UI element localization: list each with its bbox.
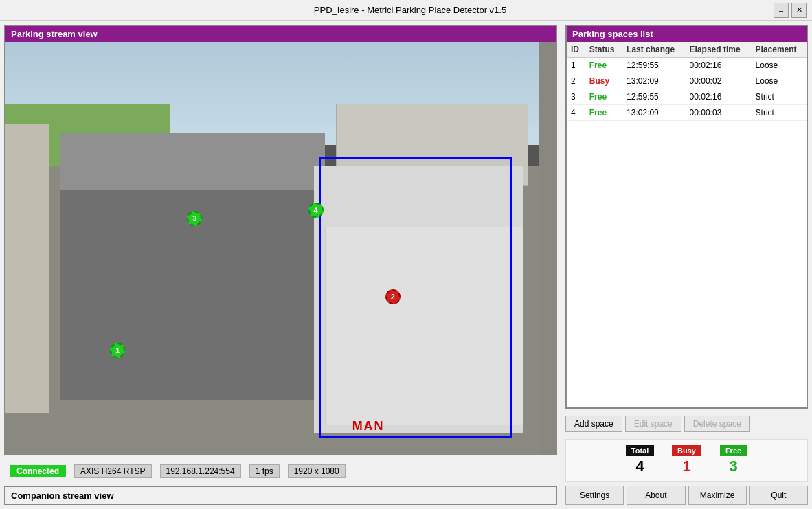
cell-placement: Loose	[752, 73, 807, 89]
cell-placement: Loose	[752, 58, 807, 73]
left-panel: Parking stream view MAN	[0, 21, 561, 509]
close-button[interactable]: ✕	[791, 3, 807, 18]
marker-2: 2	[385, 289, 401, 304]
cell-last-change: 12:59:55	[622, 89, 686, 105]
bottom-buttons: Settings About Maximize Quit	[565, 486, 808, 505]
address-info: 192.168.1.224:554	[160, 464, 241, 478]
cell-id: 4	[567, 105, 585, 121]
main-content: Parking stream view MAN	[0, 21, 812, 509]
cell-id: 3	[567, 89, 585, 105]
free-label: Free	[720, 445, 747, 456]
col-last-change: Last change	[622, 42, 686, 58]
table-row[interactable]: 2 Busy 13:02:09 00:00:02 Loose	[567, 73, 807, 89]
cell-status: Free	[585, 105, 622, 121]
marker-4: 4	[308, 203, 324, 218]
status-bar: Connected AXIS H264 RTSP 192.168.1.224:5…	[4, 460, 557, 482]
busy-label: Busy	[672, 445, 701, 456]
free-value: 3	[713, 457, 754, 475]
about-button[interactable]: About	[627, 486, 685, 505]
gray-truck-top	[60, 133, 324, 190]
stream-body: MAN 1 2 3 4	[5, 42, 556, 454]
title-bar: PPD_Iesire - Metrici Parking Place Detec…	[0, 0, 812, 21]
cell-last-change: 13:02:09	[622, 73, 686, 89]
companion-stream-view: Companion stream view	[4, 486, 557, 505]
cell-elapsed: 00:02:16	[686, 89, 752, 105]
cell-id: 2	[567, 73, 585, 89]
add-space-button[interactable]: Add space	[565, 416, 622, 432]
window-title: PPD_Iesire - Metrici Parking Place Detec…	[47, 5, 774, 15]
cell-id: 1	[567, 58, 585, 73]
edit-space-button[interactable]: Edit space	[625, 416, 681, 432]
col-id: ID	[567, 42, 585, 58]
stats-row: Total 4 Busy 1 Free 3	[565, 439, 808, 482]
busy-stat: Busy 1	[666, 445, 708, 475]
minimize-button[interactable]: –	[774, 3, 789, 18]
parking-spaces-panel: Parking spaces list ID Status Last chang…	[565, 25, 808, 409]
cell-elapsed: 00:00:02	[686, 73, 752, 89]
cell-elapsed: 00:00:03	[686, 105, 752, 121]
resolution-info: 1920 x 1080	[288, 464, 346, 478]
cell-elapsed: 00:02:16	[686, 58, 752, 73]
spaces-panel-header: Parking spaces list	[567, 26, 807, 42]
white-truck-cab	[325, 227, 523, 425]
window-controls: – ✕	[774, 3, 807, 18]
cell-placement: Strict	[752, 105, 807, 121]
settings-button[interactable]: Settings	[565, 486, 624, 505]
table-header-row: ID Status Last change Elapsed time Place…	[567, 42, 807, 58]
cell-status: Free	[585, 89, 622, 105]
col-status: Status	[585, 42, 622, 58]
total-label: Total	[626, 445, 654, 456]
connection-status: Connected	[10, 465, 66, 477]
right-panel: Parking spaces list ID Status Last chang…	[561, 21, 812, 509]
stream-header: Parking stream view	[5, 26, 556, 42]
table-row[interactable]: 4 Free 13:02:09 00:00:03 Strict	[567, 105, 807, 121]
total-value: 4	[620, 457, 661, 475]
cell-last-change: 12:59:55	[622, 58, 686, 73]
codec-info: AXIS H264 RTSP	[74, 464, 152, 478]
fps-info: 1 fps	[249, 464, 280, 478]
table-row[interactable]: 1 Free 12:59:55 00:02:16 Loose	[567, 58, 807, 73]
total-stat: Total 4	[620, 445, 661, 475]
cell-last-change: 13:02:09	[622, 105, 686, 121]
spaces-table-container: ID Status Last change Elapsed time Place…	[567, 42, 807, 407]
wall-left	[5, 124, 49, 413]
cell-status: Busy	[585, 73, 622, 89]
wall-right	[539, 42, 556, 454]
delete-space-button[interactable]: Delete space	[684, 416, 750, 432]
cell-placement: Strict	[752, 89, 807, 105]
cell-status: Free	[585, 58, 622, 73]
busy-value: 1	[666, 457, 708, 475]
action-buttons: Add space Edit space Delete space	[565, 413, 808, 435]
companion-label: Companion stream view	[11, 490, 114, 501]
table-row[interactable]: 3 Free 12:59:55 00:02:16 Strict	[567, 89, 807, 105]
main-window: PPD_Iesire - Metrici Parking Place Detec…	[0, 0, 812, 509]
free-stat: Free 3	[713, 445, 754, 475]
spaces-table: ID Status Last change Elapsed time Place…	[567, 42, 807, 121]
man-logo: MAN	[352, 419, 385, 433]
col-placement: Placement	[752, 42, 807, 58]
quit-button[interactable]: Quit	[749, 486, 808, 505]
col-elapsed: Elapsed time	[686, 42, 752, 58]
maximize-button[interactable]: Maximize	[688, 486, 747, 505]
parking-stream-view: Parking stream view MAN	[4, 25, 557, 455]
gray-truck	[60, 174, 324, 400]
